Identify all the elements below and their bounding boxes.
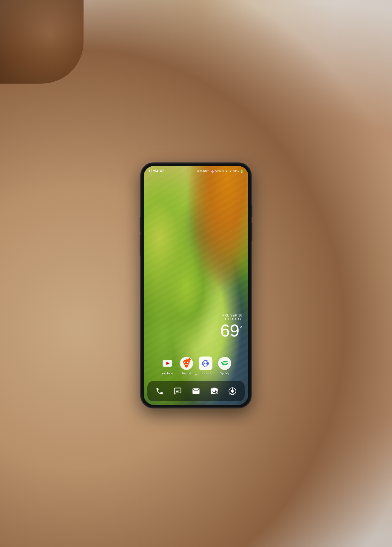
dock-item-chrome[interactable] bbox=[226, 385, 239, 398]
app-label-reddit: Reddit bbox=[182, 372, 191, 375]
discord-icon bbox=[199, 357, 212, 370]
app-item-reddit[interactable]: Reddit bbox=[180, 357, 193, 375]
dock-bar bbox=[147, 381, 245, 401]
svg-point-21 bbox=[231, 390, 234, 392]
spotify-icon bbox=[218, 357, 232, 370]
battery-icon: 🔋 bbox=[240, 170, 243, 173]
dock-item-email[interactable] bbox=[189, 385, 203, 398]
weather-date: FRI, SEP 18 bbox=[220, 314, 242, 317]
dock-item-phone[interactable] bbox=[153, 385, 166, 398]
phone-wrapper: 11:54:47 0.36 KB/S ⏰ VzWiFi ▼ ▲ 91% 🔋 FR… bbox=[124, 129, 268, 442]
plant-decoration bbox=[0, 0, 84, 84]
app-row: YouTube bbox=[144, 357, 248, 375]
dock-item-camera[interactable] bbox=[208, 385, 221, 398]
svg-point-14 bbox=[204, 363, 205, 364]
svg-rect-13 bbox=[199, 357, 212, 370]
drawer-arrow[interactable]: ^ bbox=[195, 373, 197, 379]
app-label-youtube: YouTube bbox=[161, 372, 173, 375]
weather-widget[interactable]: FRI, SEP 18 CLOUDY 69° bbox=[220, 314, 242, 339]
email-icon bbox=[192, 387, 200, 395]
wifi-label: VzWiFi bbox=[215, 170, 224, 173]
wifi-icon: ▼ bbox=[225, 170, 228, 173]
status-time: 11:54:47 bbox=[149, 169, 164, 173]
app-item-youtube[interactable]: YouTube bbox=[160, 357, 174, 375]
chrome-icon bbox=[228, 387, 237, 395]
phone-body: 11:54:47 0.36 KB/S ⏰ VzWiFi ▼ ▲ 91% 🔋 FR… bbox=[141, 163, 251, 408]
camera-icon bbox=[210, 387, 218, 395]
svg-point-10 bbox=[188, 358, 191, 361]
network-speed: 0.36 KB/S bbox=[197, 170, 209, 173]
svg-point-15 bbox=[206, 363, 208, 364]
alarm-icon: ⏰ bbox=[211, 170, 214, 173]
svg-point-9 bbox=[188, 361, 190, 362]
weather-condition: CLOUDY bbox=[220, 317, 242, 321]
app-label-discord: Discord bbox=[200, 372, 211, 375]
messages-icon bbox=[174, 387, 182, 395]
phone-icon bbox=[155, 387, 164, 395]
alert-slider-button[interactable] bbox=[251, 205, 252, 217]
status-bar: 11:54:47 0.36 KB/S ⏰ VzWiFi ▼ ▲ 91% 🔋 bbox=[144, 166, 248, 174]
battery-percent: 91% bbox=[233, 170, 239, 173]
volume-up-button[interactable] bbox=[140, 217, 141, 232]
phone-screen: 11:54:47 0.36 KB/S ⏰ VzWiFi ▼ ▲ 91% 🔋 FR… bbox=[144, 166, 248, 405]
signal-icon: ▲ bbox=[229, 170, 232, 173]
volume-down-button[interactable] bbox=[140, 235, 141, 256]
svg-point-12 bbox=[185, 365, 188, 368]
svg-point-6 bbox=[185, 362, 185, 362]
power-button[interactable] bbox=[251, 223, 252, 241]
reddit-icon bbox=[180, 357, 193, 370]
status-right-icons: 0.36 KB/S ⏰ VzWiFi ▼ ▲ 91% 🔋 bbox=[197, 170, 243, 173]
dock-item-messages[interactable] bbox=[171, 385, 184, 398]
app-item-spotify[interactable]: Spotify bbox=[218, 357, 232, 375]
weather-temperature: 69° bbox=[220, 322, 242, 339]
svg-point-8 bbox=[183, 361, 185, 362]
app-item-discord[interactable]: Discord bbox=[199, 357, 212, 375]
app-label-spotify: Spotify bbox=[220, 372, 229, 375]
youtube-icon bbox=[160, 357, 174, 370]
